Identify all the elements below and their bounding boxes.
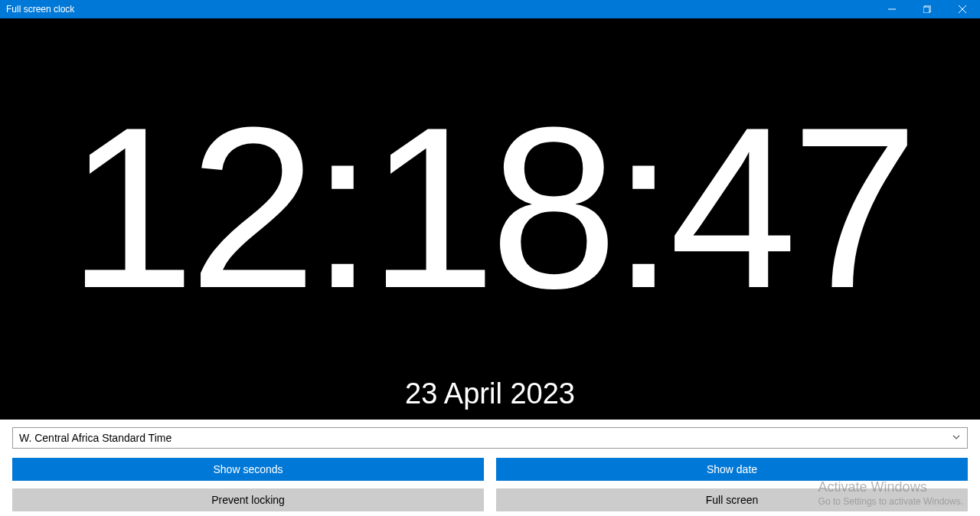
timezone-select[interactable]: W. Central Africa Standard Time [12, 427, 968, 449]
show-date-button[interactable]: Show date [496, 458, 968, 481]
clock-display-area: 12:18:47 23 April 2023 [0, 18, 980, 420]
window-controls [874, 0, 980, 18]
minimize-icon [888, 5, 896, 13]
prevent-locking-button[interactable]: Prevent locking [12, 488, 484, 511]
controls-panel: W. Central Africa Standard Time Show sec… [0, 420, 980, 516]
window-title: Full screen clock [0, 4, 874, 15]
window-titlebar: Full screen clock [0, 0, 980, 18]
maximize-button[interactable] [910, 0, 945, 18]
show-seconds-button[interactable]: Show seconds [12, 458, 484, 481]
chevron-down-icon [952, 432, 961, 444]
close-button[interactable] [945, 0, 980, 18]
full-screen-button[interactable]: Full screen [496, 488, 968, 511]
close-icon [959, 5, 966, 13]
date-display: 23 April 2023 [0, 377, 980, 410]
timezone-selected-label: W. Central Africa Standard Time [19, 432, 172, 444]
svg-rect-2 [923, 7, 929, 13]
time-display: 12:18:47 [67, 93, 913, 322]
minimize-button[interactable] [874, 0, 910, 18]
button-grid: Show seconds Show date Prevent locking F… [12, 458, 968, 511]
maximize-icon [923, 5, 931, 13]
